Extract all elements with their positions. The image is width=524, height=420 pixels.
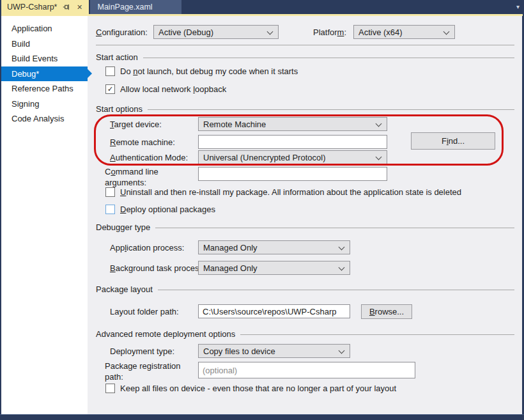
- divider: [240, 334, 514, 335]
- find-button[interactable]: Find...: [411, 132, 495, 150]
- uninstall-reinstall-checkbox[interactable]: [105, 187, 115, 197]
- application-process-label: Application process:: [110, 243, 184, 253]
- deploy-optional-packages-label: Deploy optional packages: [120, 205, 215, 214]
- deploy-optional-packages-checkbox[interactable]: [105, 205, 115, 214]
- application-process-dropdown[interactable]: Managed Only: [198, 240, 350, 254]
- keep-all-files-checkbox[interactable]: [105, 384, 115, 393]
- keep-all-files-label: Keep all files on device - even those th…: [120, 384, 396, 393]
- deploy-optional-packages-row: Deploy optional packages: [105, 205, 215, 214]
- tab-mainpage-xaml[interactable]: MainPage.xaml: [90, 0, 181, 14]
- divider: [155, 228, 514, 228]
- background-task-process-label: Background task process:: [110, 263, 206, 273]
- divider: [143, 58, 514, 58]
- deployment-type-label: Deployment type:: [110, 346, 174, 356]
- uninstall-reinstall-row: Uninstall and then re-install my package…: [105, 187, 461, 197]
- chevron-down-icon: [339, 348, 345, 354]
- start-options-section-header: Start options: [96, 104, 514, 114]
- package-registration-path-label-line1: Package registration: [105, 361, 181, 371]
- authentication-mode-dropdown[interactable]: Universal (Unencrypted Protocol): [198, 150, 387, 164]
- close-icon[interactable]: ✕: [75, 3, 84, 12]
- loopback-checkbox[interactable]: [105, 84, 115, 94]
- loopback-label: Allow local network loopback: [120, 84, 226, 94]
- authentication-mode-label: Authentication Mode:: [110, 153, 188, 162]
- chevron-down-icon: [376, 154, 382, 160]
- sidebar-item-build-events[interactable]: Build Events: [1, 51, 88, 66]
- platform-dropdown[interactable]: Active (x64): [353, 25, 455, 39]
- sidebar-item-reference-paths[interactable]: Reference Paths: [1, 81, 88, 97]
- pin-icon[interactable]: [62, 3, 71, 12]
- target-device-dropdown[interactable]: Remote Machine: [198, 117, 387, 131]
- property-pages-sidebar: Application Build Build Events Debug* Re…: [1, 16, 88, 414]
- layout-folder-path-input[interactable]: [198, 304, 350, 318]
- package-registration-path-input[interactable]: [198, 362, 415, 378]
- configuration-dropdown[interactable]: Active (Debug): [153, 25, 279, 39]
- browse-button[interactable]: Browse...: [361, 304, 412, 319]
- tab-title: UWP-Csharp*: [7, 3, 58, 12]
- remote-machine-input[interactable]: [198, 135, 387, 149]
- sidebar-item-application[interactable]: Application: [1, 21, 88, 36]
- target-device-label: Target device:: [110, 120, 162, 129]
- platform-label: Platform:: [313, 27, 346, 37]
- chevron-down-icon: [339, 265, 345, 271]
- package-registration-path-label-line2: path:: [105, 372, 123, 382]
- chevron-down-icon: [339, 244, 345, 251]
- chevron-down-icon: [443, 29, 450, 35]
- chevron-down-icon: [376, 121, 382, 127]
- divider: [158, 290, 514, 290]
- layout-folder-path-label: Layout folder path:: [110, 307, 179, 316]
- sidebar-item-build[interactable]: Build: [1, 36, 88, 52]
- tab-title: MainPage.xaml: [98, 3, 153, 12]
- debug-settings-page: Configuration: Active (Debug) Platform: …: [88, 16, 522, 414]
- do-not-launch-label: Do not launch, but debug my code when it…: [120, 66, 298, 76]
- start-action-section-header: Start action: [96, 52, 514, 62]
- sidebar-item-debug[interactable]: Debug*: [1, 66, 88, 82]
- divider: [148, 109, 514, 110]
- configuration-label: Configuration:: [96, 27, 148, 37]
- project-properties-window: UWP-Csharp* ✕ MainPage.xaml ▾ Applicatio…: [0, 0, 524, 420]
- do-not-launch-checkbox[interactable]: [105, 66, 115, 76]
- loopback-row: Allow local network loopback: [105, 84, 226, 94]
- advanced-remote-deployment-section-header: Advanced remote deployment options: [96, 329, 514, 339]
- background-task-process-dropdown[interactable]: Managed Only: [198, 261, 350, 275]
- divider: [96, 45, 514, 45]
- keep-all-files-row: Keep all files on device - even those th…: [105, 384, 396, 393]
- chevron-down-icon: [267, 29, 274, 35]
- sidebar-item-signing[interactable]: Signing: [1, 97, 88, 112]
- tab-uwp-csharp[interactable]: UWP-Csharp* ✕: [1, 0, 89, 14]
- deployment-type-dropdown[interactable]: Copy files to device: [198, 344, 350, 358]
- command-line-label-line2: arguments:: [105, 178, 146, 187]
- debugger-type-section-header: Debugger type: [96, 222, 514, 232]
- command-line-label-line1: Command line: [105, 167, 158, 176]
- uninstall-reinstall-label: Uninstall and then re-install my package…: [120, 187, 461, 197]
- bottom-border-bar: [0, 414, 524, 420]
- package-layout-section-header: Package layout: [96, 284, 514, 294]
- command-line-arguments-input[interactable]: [198, 167, 387, 181]
- do-not-launch-row: Do not launch, but debug my code when it…: [105, 66, 298, 76]
- remote-machine-label: Remote machine:: [110, 137, 175, 147]
- document-tabbar: UWP-Csharp* ✕ MainPage.xaml ▾: [0, 0, 524, 14]
- sidebar-item-code-analysis[interactable]: Code Analysis: [1, 111, 88, 127]
- document-well-dropdown-icon[interactable]: ▾: [516, 4, 520, 10]
